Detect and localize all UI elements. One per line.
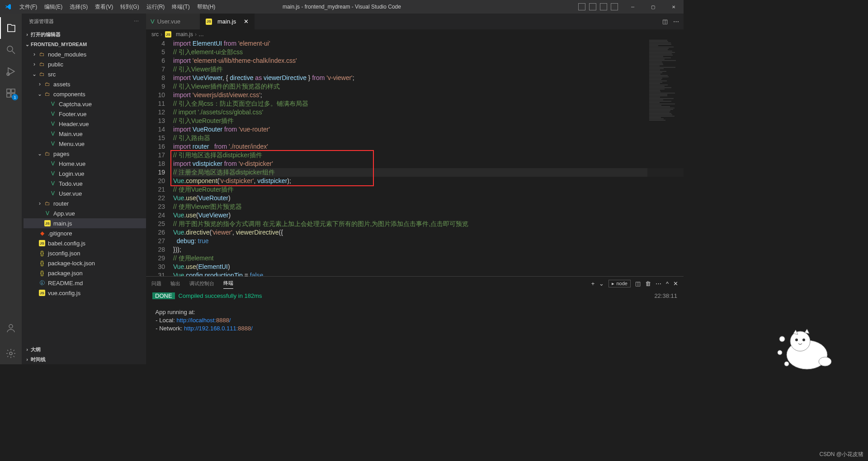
tree-item-public[interactable]: ›🗀public <box>24 59 146 69</box>
chevron-down-icon[interactable]: ⌄ <box>599 280 604 287</box>
activity-extensions[interactable]: 1 <box>0 82 22 104</box>
new-terminal-icon[interactable]: + <box>591 280 595 287</box>
minimize-button[interactable]: ─ <box>623 0 643 14</box>
js-icon: JS <box>165 31 171 38</box>
panel-tab-terminal[interactable]: 终端 <box>223 278 233 289</box>
breadcrumb-more[interactable]: … <box>198 31 204 38</box>
more-icon[interactable]: ⋯ <box>656 280 661 287</box>
tree-item-pages[interactable]: ⌄🗀pages <box>24 149 146 159</box>
tree-item-Login-vue[interactable]: VLogin.vue <box>24 169 146 179</box>
tree-item-node_modules[interactable]: ›🗀node_modules <box>24 49 146 59</box>
panel-tab-output[interactable]: 输出 <box>170 278 180 289</box>
svg-point-7 <box>9 352 12 355</box>
menu-terminal[interactable]: 终端(T) <box>168 0 193 14</box>
menubar: 文件(F) 编辑(E) 选择(S) 查看(V) 转到(G) 运行(R) 终端(T… <box>16 0 219 14</box>
split-terminal-icon[interactable]: ◫ <box>635 280 641 287</box>
tree-item-Footer-vue[interactable]: VFooter.vue <box>24 109 146 119</box>
extensions-badge: 1 <box>12 94 18 100</box>
menu-run[interactable]: 运行(R) <box>143 0 169 14</box>
tab-main-js[interactable]: JSmain.js✕ <box>200 14 255 29</box>
window-title: main.js - frontend_mydream - Visual Stud… <box>283 4 401 10</box>
svg-rect-2 <box>7 89 10 93</box>
svg-point-6 <box>9 325 13 328</box>
close-button[interactable]: ✕ <box>663 0 684 14</box>
more-icon[interactable]: ⋯ <box>134 19 139 24</box>
svg-point-0 <box>7 46 13 52</box>
close-tab-icon[interactable]: ✕ <box>242 18 250 25</box>
titlebar: 文件(F) 编辑(E) 选择(S) 查看(V) 转到(G) 运行(R) 终端(T… <box>0 0 684 14</box>
tree-item-jsconfig-json[interactable]: {}jsconfig.json <box>24 248 146 258</box>
tree-item-Main-vue[interactable]: VMain.vue <box>24 129 146 139</box>
tree-item-components[interactable]: ⌄🗀components <box>24 89 146 99</box>
tree-item--gitignore[interactable]: ◆.gitignore <box>24 228 146 238</box>
explorer-title: 资源管理器 <box>29 18 54 25</box>
open-editors-section[interactable]: ›打开的编辑器 <box>22 29 146 39</box>
file-tree: ›🗀node_modules›🗀public⌄🗀src›🗀assets⌄🗀com… <box>22 49 146 344</box>
tree-item-App-vue[interactable]: VApp.vue <box>24 208 146 218</box>
breadcrumb-file[interactable]: main.js <box>176 31 193 38</box>
tree-item-router[interactable]: ›🗀router <box>24 198 146 208</box>
editor-area: VUser.vue✕JSmain.js✕ ◫ ⋯ src › JS main.j… <box>146 14 684 364</box>
menu-edit[interactable]: 编辑(E) <box>41 0 66 14</box>
maximize-button[interactable]: ▢ <box>643 0 663 14</box>
sidebar: 资源管理器 ⋯ ›打开的编辑器 ⌄FRONTEND_MYDREAM ›🗀node… <box>22 14 146 364</box>
tree-item-babel-config-js[interactable]: JSbabel.config.js <box>24 238 146 248</box>
tree-item-assets[interactable]: ›🗀assets <box>24 79 146 89</box>
terminal-content[interactable]: DONECompiled successfully in 182ms22:38:… <box>146 290 684 364</box>
menu-selection[interactable]: 选择(S) <box>66 0 91 14</box>
close-panel-icon[interactable]: ✕ <box>673 280 678 287</box>
layout-controls[interactable] <box>574 3 623 10</box>
breadcrumb-src[interactable]: src <box>151 31 159 38</box>
activity-run-debug[interactable] <box>0 61 22 82</box>
tree-item-User-vue[interactable]: VUser.vue <box>24 188 146 198</box>
activity-settings[interactable] <box>0 343 22 364</box>
tree-item-main-js[interactable]: JSmain.js <box>24 218 146 228</box>
tree-item-Menu-vue[interactable]: VMenu.vue <box>24 139 146 149</box>
done-badge: DONE <box>152 292 175 299</box>
maximize-panel-icon[interactable]: ^ <box>666 280 669 287</box>
editor-tabs: VUser.vue✕JSmain.js✕ ◫ ⋯ <box>146 14 684 29</box>
menu-go[interactable]: 转到(G) <box>117 0 142 14</box>
tree-item-README-md[interactable]: 🛈README.md <box>24 278 146 288</box>
layout-icon[interactable] <box>578 3 585 10</box>
breadcrumb[interactable]: src › JS main.js › … <box>146 29 684 39</box>
tree-item-Captcha-vue[interactable]: VCaptcha.vue <box>24 99 146 109</box>
menu-view[interactable]: 查看(V) <box>91 0 117 14</box>
minimap[interactable] <box>647 39 684 276</box>
tab-User-vue[interactable]: VUser.vue✕ <box>146 14 200 29</box>
app-running-label: App running at: <box>156 309 195 315</box>
tree-item-Home-vue[interactable]: VHome.vue <box>24 159 146 169</box>
layout-icon[interactable] <box>611 3 618 10</box>
layout-icon[interactable] <box>589 3 596 10</box>
tree-item-package-json[interactable]: {}package.json <box>24 268 146 278</box>
project-section[interactable]: ⌄FRONTEND_MYDREAM <box>22 39 146 49</box>
kill-terminal-icon[interactable]: 🗑 <box>645 280 651 287</box>
menu-file[interactable]: 文件(F) <box>16 0 41 14</box>
terminal-profile[interactable]: ▸ node <box>609 280 630 287</box>
split-editor-icon[interactable]: ◫ <box>662 18 668 25</box>
outline-section[interactable]: ›大纲 <box>22 344 146 354</box>
tree-item-Todo-vue[interactable]: VTodo.vue <box>24 179 146 188</box>
bottom-panel: 问题 输出 调试控制台 终端 + ⌄ ▸ node ◫ 🗑 ⋯ ^ ✕ DONE… <box>146 276 684 364</box>
tree-item-Header-vue[interactable]: VHeader.vue <box>24 119 146 129</box>
vscode-logo <box>0 3 16 10</box>
code-editor[interactable]: 4567891011121314151617181920212223242526… <box>146 39 684 276</box>
activity-account[interactable] <box>0 317 22 339</box>
network-url[interactable]: http://192.168.0.111: <box>184 325 238 332</box>
layout-icon[interactable] <box>600 3 607 10</box>
tree-item-src[interactable]: ⌄🗀src <box>24 69 146 79</box>
menu-help[interactable]: 帮助(H) <box>193 0 219 14</box>
local-url[interactable]: http://localhost: <box>176 317 216 324</box>
activity-search[interactable] <box>0 39 22 61</box>
panel-tab-problems[interactable]: 问题 <box>151 278 161 289</box>
tree-item-package-lock-json[interactable]: {}package-lock.json <box>24 258 146 268</box>
activitybar: 1 <box>0 14 22 364</box>
svg-rect-3 <box>11 89 15 93</box>
activity-explorer[interactable] <box>0 17 22 39</box>
timeline-section[interactable]: ›时间线 <box>22 354 146 364</box>
more-actions-icon[interactable]: ⋯ <box>673 18 679 25</box>
panel-tab-debug[interactable]: 调试控制台 <box>189 278 214 289</box>
tree-item-vue-config-js[interactable]: JSvue.config.js <box>24 288 146 298</box>
terminal-time: 22:38:11 <box>654 292 677 300</box>
svg-rect-4 <box>7 94 10 97</box>
